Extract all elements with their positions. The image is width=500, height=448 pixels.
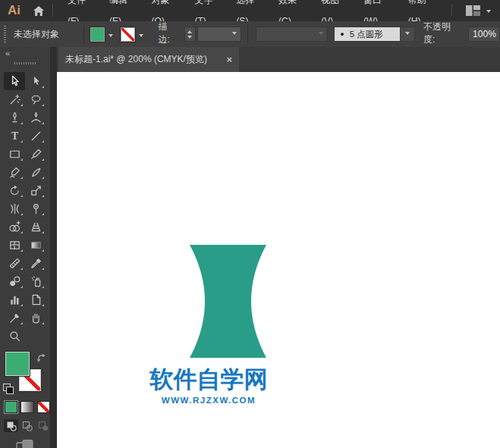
home-icon — [33, 5, 45, 17]
tool-lasso[interactable] — [25, 90, 46, 108]
tool-magic-wand[interactable] — [4, 90, 25, 108]
tool-column-graph[interactable] — [4, 290, 25, 309]
fill-stroke-widget — [0, 352, 50, 395]
document-tab[interactable]: 未标题-1.ai* @ 200% (CMYK/预览) × — [58, 47, 239, 72]
draw-inside-button[interactable] — [36, 419, 50, 432]
menubar-separator-right — [451, 5, 452, 17]
swap-fill-stroke-icon[interactable] — [36, 353, 46, 363]
tool-gradient[interactable] — [25, 236, 46, 254]
brush-name: 5 点圆形 — [350, 29, 383, 40]
opacity-label[interactable]: 不透明度: — [423, 20, 462, 48]
opacity-value: 100% — [473, 29, 496, 39]
workspace-chevron-icon[interactable] — [486, 10, 491, 15]
stroke-label[interactable]: 描边: — [159, 20, 179, 48]
tool-direct-selection[interactable] — [25, 72, 46, 90]
variable-width-chevron-icon — [319, 32, 323, 37]
stroke-weight-chevron-icon[interactable] — [232, 32, 237, 37]
canvas-shape-path — [190, 245, 266, 358]
tool-line-segment[interactable] — [25, 127, 46, 145]
tool-slice[interactable] — [4, 309, 25, 327]
brush-preview-dot: ● — [340, 31, 344, 38]
logo-url-text[interactable]: WWW.RJZXW.COM — [146, 396, 271, 405]
fill-color-chip[interactable] — [90, 27, 105, 42]
document-tab-title: 未标题-1.ai* @ 200% (CMYK/预览) — [65, 53, 207, 66]
toolbar-drag-handle[interactable] — [14, 62, 36, 64]
stroke-color-chip[interactable] — [121, 27, 135, 42]
tool-rectangle[interactable] — [4, 145, 25, 163]
tool-blend[interactable] — [4, 272, 25, 290]
tool-pen[interactable] — [4, 108, 25, 127]
tool-measure[interactable] — [4, 254, 25, 272]
logo-shape[interactable] — [190, 245, 266, 358]
brush-chevron-icon — [405, 32, 410, 37]
app-logo: Ai — [8, 3, 20, 18]
selection-status: 未选择对象 — [14, 28, 77, 41]
tool-shape-builder[interactable] — [4, 218, 25, 236]
tool-artboard[interactable] — [25, 290, 46, 309]
toolbar-panel: « — [0, 47, 50, 448]
stroke-weight-dropdown[interactable] — [197, 27, 241, 42]
tool-symbol-sprayer[interactable] — [25, 272, 46, 290]
gradient-button[interactable] — [20, 401, 33, 413]
tool-curvature[interactable] — [25, 108, 46, 127]
home-button[interactable] — [33, 5, 45, 17]
brush-definition-field[interactable]: ● 5 点圆形 — [334, 27, 401, 42]
workspace-switcher-icon[interactable] — [466, 5, 480, 16]
svg-text:T: T — [11, 130, 17, 142]
opacity-field[interactable]: 100% — [468, 27, 500, 42]
tool-knife[interactable] — [25, 163, 46, 181]
tool-mesh[interactable] — [4, 236, 25, 254]
draw-normal-button[interactable] — [4, 419, 18, 432]
stepper-up-icon[interactable] — [187, 28, 192, 33]
fill-chevron-icon[interactable] — [108, 34, 113, 39]
screen-mode-icon[interactable] — [16, 439, 34, 448]
logo-title-text[interactable]: 软件自学网 — [146, 368, 271, 393]
none-button[interactable] — [37, 401, 50, 413]
tool-shaper[interactable] — [4, 163, 25, 181]
tool-type[interactable]: T — [4, 127, 25, 145]
drawing-modes-row — [0, 419, 50, 432]
brush-dropdown-button[interactable] — [401, 27, 415, 42]
stroke-chevron-icon[interactable] — [139, 34, 143, 39]
controlbar-separator — [83, 25, 84, 43]
tool-puppet-warp[interactable] — [25, 199, 46, 218]
tab-close-icon[interactable]: × — [220, 54, 232, 65]
menubar-separator — [52, 5, 53, 17]
tool-width[interactable] — [4, 199, 25, 218]
tool-hand[interactable] — [25, 309, 46, 327]
color-type-row — [0, 401, 50, 413]
tool-selection[interactable] — [4, 72, 25, 90]
toolbar-collapse-button[interactable]: « — [5, 49, 9, 58]
stroke-weight-stepper[interactable] — [184, 27, 196, 42]
controlbar-separator-2 — [247, 25, 248, 43]
tool-eyedropper[interactable] — [25, 254, 46, 272]
tool-grid-empty-cell — [25, 327, 46, 345]
tool-perspective-grid[interactable] — [25, 218, 46, 236]
tool-paintbrush[interactable] — [25, 145, 46, 163]
document-tab-bar: 未标题-1.ai* @ 200% (CMYK/预览) × — [57, 47, 500, 72]
color-button[interactable] — [5, 401, 17, 413]
default-fill-stroke-icon[interactable] — [3, 384, 14, 394]
tool-zoom[interactable] — [4, 327, 25, 345]
tool-rotate[interactable] — [4, 181, 25, 199]
artboard-canvas[interactable]: 软件自学网 WWW.RJZXW.COM — [57, 72, 500, 448]
fill-swatch[interactable] — [5, 352, 30, 376]
document-area: 未标题-1.ai* @ 200% (CMYK/预览) × 软件自学网 WWW.R… — [57, 47, 500, 448]
tool-scale[interactable] — [25, 181, 46, 199]
variable-width-dropdown — [256, 27, 329, 42]
menu-bar: Ai 文件(F) 编辑(E) 对象(O) 文字(T) 选择(S) 效果(C) 视… — [0, 0, 500, 22]
controlbar-drag-handle[interactable] — [4, 26, 6, 42]
illustrator-window: Ai 文件(F) 编辑(E) 对象(O) 文字(T) 选择(S) 效果(C) 视… — [0, 0, 500, 448]
stepper-down-icon[interactable] — [187, 36, 192, 41]
tool-grid: T — [0, 72, 50, 345]
draw-behind-button[interactable] — [20, 419, 34, 432]
control-bar: 未选择对象 描边: ● 5 点圆形 不透明度: 100% — [0, 21, 500, 48]
